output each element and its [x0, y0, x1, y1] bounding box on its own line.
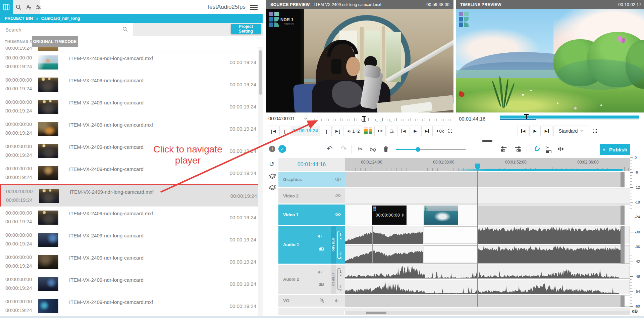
next-frame-button[interactable]: ▶ [421, 126, 433, 136]
bin-row-partial[interactable]: 00:00:19:24 [0, 47, 258, 51]
search-input[interactable] [5, 26, 115, 33]
audio1-silent-clip-ch1[interactable] [424, 226, 477, 244]
audio1-silent-clip-ch2[interactable] [424, 245, 477, 263]
vo-clip[interactable] [345, 296, 621, 307]
db-mode-label[interactable]: dB [319, 247, 324, 252]
bin-row[interactable]: 00:00:00:00 00:00:19:24 ITEM-VX-2409-ndr… [0, 96, 258, 118]
track-mute-speaker-icon[interactable] [317, 269, 323, 275]
goto-in-button[interactable]: [◀ [268, 126, 279, 136]
approve-check-icon[interactable]: ✓ [278, 145, 286, 153]
track-header-graphics[interactable]: Graphics [278, 172, 345, 187]
ocean-clip[interactable] [424, 206, 458, 225]
scrubber-playhead[interactable] [362, 116, 366, 122]
bin-row[interactable]: 00:00:00:00 00:00:19:24 ITEM-VX-2409-ndr… [0, 229, 258, 251]
track-header-video1[interactable]: Video 1 [278, 205, 345, 225]
track-header-audio1[interactable]: Audio 1 dB STEREO 1 2 [278, 226, 345, 264]
tl-play-button[interactable]: ▶ [529, 126, 541, 136]
tl-next-frame-button[interactable]: ▶ [541, 126, 552, 136]
timeline-progress-marker[interactable] [524, 114, 529, 119]
bin-row[interactable]: 00:00:00:00 00:00:19:24 ITEM-VX-2409-ndr… [0, 295, 258, 316]
channel-1-row[interactable]: 1 [339, 233, 345, 237]
project-bin-button[interactable] [0, 0, 13, 14]
trim-mode-button[interactable] [374, 126, 386, 136]
cut-button[interactable]: ✂ [358, 145, 363, 153]
video1-clip-end-cap[interactable] [621, 206, 625, 225]
delete-button[interactable] [383, 146, 389, 152]
timeline-hscrollbar-thumb[interactable] [366, 312, 386, 314]
track-header-vo[interactable]: VO [278, 295, 345, 307]
extend-right-button[interactable] [515, 146, 521, 152]
prev-frame-button[interactable]: ◀ [398, 126, 409, 136]
graphics-clip[interactable] [345, 172, 621, 187]
audio1-clip-end-cap[interactable] [621, 226, 625, 264]
eye-icon[interactable] [335, 212, 341, 217]
source-timecode-chevron-icon[interactable] [304, 118, 308, 120]
eye-icon[interactable] [335, 177, 341, 181]
bin-scrollbar-thumb[interactable] [259, 50, 262, 95]
breadcrumb-root[interactable]: PROJECT BIN [5, 16, 33, 21]
info-icon[interactable]: i [269, 146, 275, 152]
vo-clip-end-cap[interactable] [621, 296, 625, 307]
insert-edit-button[interactable] [386, 126, 397, 136]
ripple-trim-button[interactable] [557, 146, 564, 151]
reset-zoom-icon[interactable]: ↺ [269, 160, 274, 168]
search-box-magnifier-icon[interactable] [122, 26, 128, 32]
bin-row[interactable]: 00:00:00:00 00:00:19:24 ITEM-VX-2409-ndr… [0, 74, 258, 96]
db-mode-label[interactable]: dB [319, 282, 324, 287]
unlink-button[interactable] [370, 146, 376, 153]
playback-speed-button[interactable]: ▲▼ 0x [433, 126, 447, 136]
bin-row[interactable]: 00:00:00:00 00:00:19:24 ITEM-VX-2409-ndr… [0, 207, 258, 229]
timeline-ruler[interactable]: 00:01:24:0000:01:38:0000:01:52:0000:02:0… [345, 158, 630, 171]
panel-divider[interactable] [266, 142, 644, 142]
tl-prev-frame-button[interactable]: ◀ [518, 126, 529, 136]
track-mute-speaker-icon[interactable] [317, 233, 323, 239]
filter-settings-button[interactable] [34, 0, 43, 14]
razor-all-tracks-button[interactable]: ✂ [545, 145, 552, 154]
snap-magnet-button[interactable] [533, 145, 540, 152]
video1-clip[interactable] [478, 206, 621, 225]
bin-scrollbar[interactable] [258, 47, 263, 316]
tl-fullscreen-button[interactable] [590, 126, 600, 136]
source-scrubber[interactable] [312, 117, 451, 122]
zoom-slider-handle[interactable] [416, 147, 420, 152]
mark-in-button[interactable]: [ [279, 126, 290, 136]
add-track-button[interactable] [269, 173, 276, 180]
project-setting-button[interactable]: Project Setting [231, 24, 261, 34]
breadcrumb-current[interactable]: CamCard_ndr_long [41, 16, 80, 21]
play-button[interactable]: ▶ [410, 126, 421, 136]
graphics-clip-end-cap[interactable] [621, 172, 625, 187]
channel-2-row[interactable]: 2 [339, 252, 345, 257]
source-fullscreen-button[interactable] [447, 126, 453, 136]
eye-icon[interactable] [335, 193, 341, 198]
timeline-progress-bar[interactable] [500, 116, 639, 119]
channel-1-row[interactable]: 1 [339, 269, 345, 274]
channel-2-row[interactable]: 2 [339, 284, 345, 289]
goto-out-button[interactable]: ▶] [332, 126, 343, 136]
track-header-audio2[interactable]: Audio 2 dB STEREO 1 2 [278, 265, 345, 294]
tab-original-timecode[interactable]: ORIGINAL TIMECODE [32, 36, 78, 47]
search-tool-button[interactable] [13, 0, 23, 14]
bin-row[interactable]: 00:00:00:00 00:00:19:24 ITEM-VX-2409-ndr… [0, 118, 258, 140]
track-header-video2[interactable]: Video 2 [278, 188, 345, 203]
tab-thumbnails[interactable]: THUMBNAILS [5, 40, 32, 44]
extend-left-button[interactable] [500, 146, 507, 152]
audio-channels-button[interactable]: 1+2 [344, 126, 363, 136]
user-settings-button[interactable] [23, 0, 34, 14]
source-video-frame[interactable]: NDR 1 Radio MV [266, 9, 453, 112]
mic-off-icon[interactable] [319, 298, 325, 304]
timeline-video-frame[interactable] [456, 9, 644, 112]
timeline-playhead-line[interactable] [477, 171, 478, 307]
hamburger-menu-button[interactable] [250, 5, 258, 10]
bin-row[interactable]: 00:00:00:00 00:00:19:24 ITEM-VX-2409-ndr… [0, 251, 258, 273]
redo-button[interactable]: ↷ [341, 145, 347, 153]
bin-row[interactable]: 00:00:00:00 00:00:19:24 ITEM-VX-2409-ndr… [0, 273, 258, 296]
zoom-slider[interactable] [396, 147, 466, 151]
quality-dropdown[interactable]: Standard [553, 126, 589, 136]
track-mute-speaker-icon[interactable] [334, 298, 340, 304]
mark-out-button[interactable]: ] [321, 126, 332, 136]
bin-row[interactable]: 00:00:00:00 00:00:19:24 ITEM-VX-2409-ndr… [0, 184, 258, 208]
slate-clip[interactable]: 00:00:00:00 [372, 206, 407, 225]
timeline-hscrollbar[interactable] [345, 311, 630, 315]
remove-track-button[interactable] [269, 184, 276, 191]
divider-drag-handle[interactable] [482, 140, 492, 142]
